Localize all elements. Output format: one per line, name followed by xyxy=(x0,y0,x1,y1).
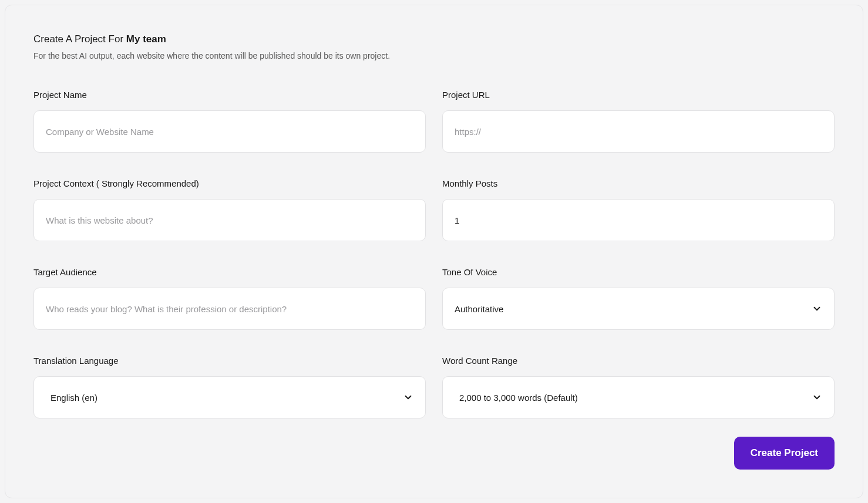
page-title-team: My team xyxy=(126,33,166,45)
project-url-input[interactable] xyxy=(442,110,835,153)
project-context-label: Project Context ( Strongly Recommended) xyxy=(33,178,426,188)
tone-of-voice-value: Authoritative xyxy=(455,304,503,314)
project-name-input[interactable] xyxy=(33,110,426,153)
footer-actions: Create Project xyxy=(734,437,835,470)
target-audience-input[interactable] xyxy=(33,288,426,330)
monthly-posts-label: Monthly Posts xyxy=(442,178,835,188)
field-word-count-range: Word Count Range 2,000 to 3,000 words (D… xyxy=(442,356,835,418)
field-project-name: Project Name xyxy=(33,90,426,153)
field-target-audience: Target Audience xyxy=(33,267,426,330)
field-monthly-posts: Monthly Posts xyxy=(442,178,835,241)
create-project-button[interactable]: Create Project xyxy=(734,437,835,470)
create-project-card: Create A Project For My team For the bes… xyxy=(5,5,863,498)
field-tone-of-voice: Tone Of Voice Authoritative xyxy=(442,267,835,330)
translation-language-value: English (en) xyxy=(51,393,97,403)
project-url-label: Project URL xyxy=(442,90,835,100)
chevron-down-icon xyxy=(812,392,822,403)
chevron-down-icon xyxy=(403,392,413,403)
page-title: Create A Project For My team xyxy=(33,33,835,45)
target-audience-label: Target Audience xyxy=(33,267,426,277)
field-translation-language: Translation Language English (en) xyxy=(33,356,426,418)
word-count-range-select[interactable]: 2,000 to 3,000 words (Default) xyxy=(442,376,835,418)
page-subtitle: For the best AI output, each website whe… xyxy=(33,51,835,60)
monthly-posts-input[interactable] xyxy=(442,199,835,241)
page-title-prefix: Create A Project For xyxy=(33,33,126,45)
word-count-range-label: Word Count Range xyxy=(442,356,835,366)
word-count-range-value: 2,000 to 3,000 words (Default) xyxy=(459,393,578,403)
field-project-url: Project URL xyxy=(442,90,835,153)
translation-language-select[interactable]: English (en) xyxy=(33,376,426,418)
tone-of-voice-label: Tone Of Voice xyxy=(442,267,835,277)
chevron-down-icon xyxy=(812,303,822,314)
project-context-input[interactable] xyxy=(33,199,426,241)
form-grid: Project Name Project URL Project Context… xyxy=(33,90,835,418)
translation-language-label: Translation Language xyxy=(33,356,426,366)
field-project-context: Project Context ( Strongly Recommended) xyxy=(33,178,426,241)
project-name-label: Project Name xyxy=(33,90,426,100)
tone-of-voice-select[interactable]: Authoritative xyxy=(442,288,835,330)
